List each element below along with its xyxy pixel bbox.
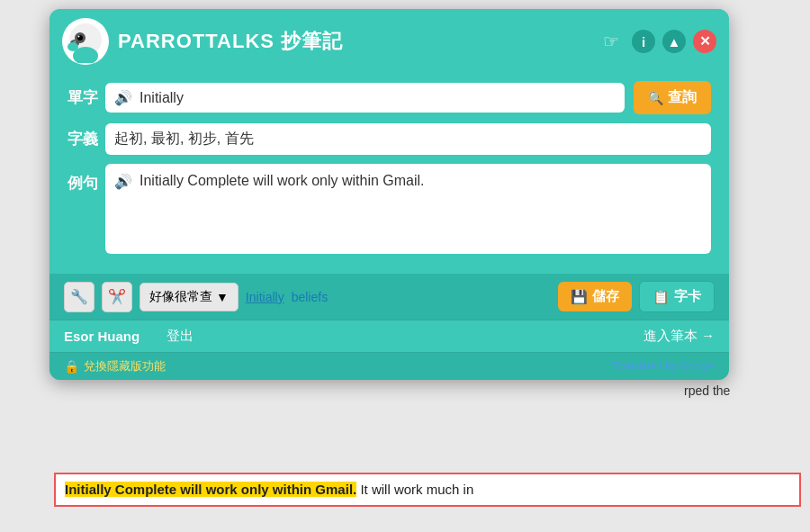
minimize-button[interactable]: ▲ — [662, 30, 686, 53]
audio-icon: ✂️ — [108, 288, 126, 305]
widget-title: PARROTTALKS 抄筆記 — [118, 28, 603, 55]
tag-beliefs[interactable]: beliefs — [292, 290, 328, 304]
svg-point-3 — [78, 36, 80, 38]
audio-button[interactable]: ✂️ — [102, 282, 132, 312]
word-field-row: 單字 🔊 Initially 🔍 查詢 — [68, 81, 711, 114]
freq-label: 好像很常查 — [149, 289, 212, 305]
parrot-avatar — [62, 18, 109, 65]
card-button[interactable]: 📋 字卡 — [639, 281, 715, 312]
translate-credit: Translated by Google — [612, 360, 715, 373]
meaning-value: 起初, 最初, 初步, 首先 — [114, 130, 254, 149]
meaning-label: 字義 — [68, 129, 105, 149]
unlock-text[interactable]: 兌換隱藏版功能 — [84, 358, 166, 374]
example-input[interactable]: 🔊 Initially Complete will work only with… — [105, 164, 711, 254]
frequency-dropdown[interactable]: 好像很常查 ▼ — [140, 283, 238, 311]
word-value: Initially — [140, 90, 184, 106]
word-label: 單字 — [68, 87, 105, 108]
notebook-button[interactable]: 進入筆本 → — [644, 328, 715, 345]
title-controls: ☞ i ▲ ✕ — [603, 30, 716, 53]
word-speaker-icon[interactable]: 🔊 — [114, 89, 132, 106]
title-bar: PARROTTALKS 抄筆記 ☞ i ▲ ✕ — [50, 9, 729, 72]
google-label: Google — [680, 360, 715, 373]
content-area: 單字 🔊 Initially 🔍 查詢 字義 起初, 最初, 初步, 首先 例句… — [50, 72, 729, 274]
tag-initially[interactable]: Initially — [246, 290, 284, 304]
search-label: 查詢 — [668, 88, 697, 107]
search-button[interactable]: 🔍 查詢 — [634, 81, 711, 114]
example-value: Initially Complete will work only within… — [140, 173, 425, 189]
close-button[interactable]: ✕ — [693, 30, 716, 53]
footer: 🔒 兌換隱藏版功能 Translated by Google — [50, 352, 729, 380]
username: Esor Huang — [64, 329, 140, 344]
save-icon: 💾 — [571, 289, 588, 305]
search-icon: 🔍 — [648, 91, 663, 105]
dropdown-chevron-icon: ▼ — [216, 290, 229, 304]
related-tags: Initially beliefs — [246, 290, 551, 304]
highlight-text: Initially Complete will work only within… — [65, 482, 356, 497]
parrot-icon — [64, 20, 107, 63]
card-label: 字卡 — [674, 288, 701, 305]
settings-button[interactable]: 🔧 — [64, 282, 94, 312]
meaning-input[interactable]: 起初, 最初, 初步, 首先 — [105, 123, 711, 155]
translate-label: Translated by — [612, 360, 677, 373]
user-bar: Esor Huang 登出 進入筆本 → — [50, 320, 729, 352]
save-button[interactable]: 💾 儲存 — [558, 282, 632, 311]
info-button[interactable]: i — [632, 30, 655, 53]
toolbar: 🔧 ✂️ 好像很常查 ▼ Initially beliefs 💾 儲存 📋 字卡 — [50, 274, 729, 320]
lock-icon: 🔒 — [64, 359, 79, 374]
example-label: 例句 — [68, 164, 105, 194]
rest-text: It will work much in — [356, 482, 473, 497]
meaning-field-row: 字義 起初, 最初, 初步, 首先 — [68, 123, 711, 155]
save-label: 儲存 — [592, 288, 619, 305]
card-icon: 📋 — [652, 289, 670, 305]
bg-text-bottom: Initially Complete will work only within… — [54, 473, 801, 508]
example-field-row: 例句 🔊 Initially Complete will work only w… — [68, 164, 711, 254]
example-speaker-icon[interactable]: 🔊 — [114, 173, 132, 190]
cursor-icon: ☞ — [603, 31, 619, 52]
parrottalks-widget: PARROTTALKS 抄筆記 ☞ i ▲ ✕ 單字 🔊 Initially 🔍… — [50, 9, 729, 380]
word-input[interactable]: 🔊 Initially — [105, 83, 625, 113]
logout-button[interactable]: 登出 — [166, 328, 194, 345]
wrench-icon: 🔧 — [70, 288, 88, 305]
